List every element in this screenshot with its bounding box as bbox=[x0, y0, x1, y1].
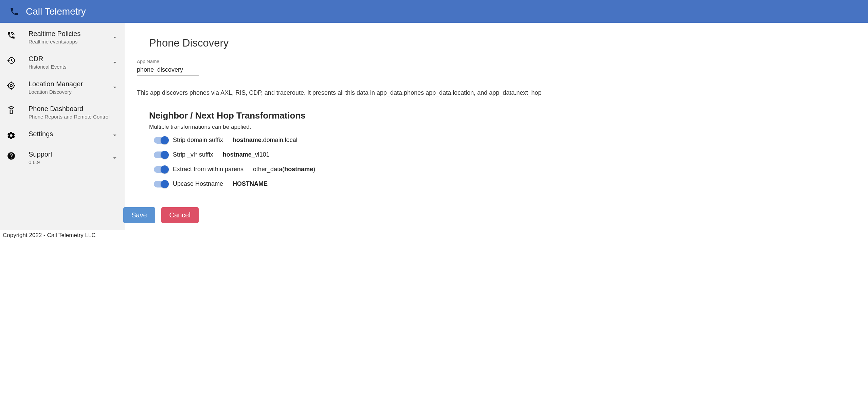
sidebar-item-label: Support bbox=[29, 150, 108, 158]
transform-label: Strip domain suffix bbox=[173, 137, 223, 144]
history-icon bbox=[6, 55, 16, 66]
chevron-down-icon bbox=[111, 59, 119, 66]
chevron-down-icon bbox=[111, 154, 119, 162]
toggle-switch[interactable] bbox=[154, 181, 167, 187]
transforms-section-subtitle: Multiple transformations can be applied. bbox=[149, 124, 862, 130]
toggle-switch[interactable] bbox=[154, 151, 167, 158]
transform-example: other_data(hostname) bbox=[253, 166, 315, 173]
transforms-list: Strip domain suffix hostname.domain.loca… bbox=[149, 137, 862, 187]
chevron-down-icon bbox=[111, 34, 119, 41]
app-name-input[interactable] bbox=[137, 65, 199, 76]
sidebar-item-phone-dashboard[interactable]: Phone Dashboard Phone Reports and Remote… bbox=[0, 100, 125, 125]
footer-copyright: Copyright 2022 - Call Telemetry LLC bbox=[0, 230, 868, 241]
transform-example: hostname.domain.local bbox=[233, 137, 297, 144]
cancel-button[interactable]: Cancel bbox=[161, 207, 199, 223]
gps-not-fixed-icon bbox=[6, 80, 16, 91]
sidebar-item-settings[interactable]: Settings bbox=[0, 125, 125, 145]
transform-label: Upcase Hostname bbox=[173, 180, 223, 187]
page-title: Phone Discovery bbox=[149, 37, 862, 49]
toggle-switch[interactable] bbox=[154, 166, 167, 173]
sidebar-item-sublabel: Historical Events bbox=[29, 64, 108, 70]
speaker-phone-icon bbox=[6, 105, 16, 115]
toggle-switch[interactable] bbox=[154, 137, 167, 144]
app-logo-icon bbox=[10, 7, 19, 16]
app-name-field: App Name bbox=[137, 59, 862, 76]
sidebar-item-cdr[interactable]: CDR Historical Events bbox=[0, 50, 125, 75]
sidebar-item-sublabel: Realtime events/apps bbox=[29, 39, 108, 45]
svg-point-0 bbox=[11, 85, 12, 86]
button-row: Save Cancel bbox=[123, 207, 862, 223]
sidebar-item-label: Realtime Policies bbox=[29, 30, 108, 38]
transforms-section-title: Neighbor / Next Hop Transformations bbox=[149, 110, 862, 121]
transform-row-strip-domain: Strip domain suffix hostname.domain.loca… bbox=[154, 137, 862, 144]
phone-in-talk-icon bbox=[6, 30, 16, 40]
sidebar-item-sublabel: Phone Reports and Remote Control bbox=[29, 114, 119, 120]
transform-row-extract-parens: Extract from within parens other_data(ho… bbox=[154, 166, 862, 173]
transform-label: Strip _vl* suffix bbox=[173, 151, 213, 158]
transform-example: HOSTNAME bbox=[233, 180, 268, 187]
chevron-down-icon bbox=[111, 84, 119, 91]
sidebar-item-sublabel: Location Discovery bbox=[29, 89, 108, 95]
sidebar-item-support[interactable]: Support 0.6.9 bbox=[0, 145, 125, 171]
app-description: This app discovers phones via AXL, RIS, … bbox=[137, 89, 862, 97]
sidebar-item-location-manager[interactable]: Location Manager Location Discovery bbox=[0, 75, 125, 100]
app-title: Call Telemetry bbox=[26, 6, 86, 17]
sidebar-item-label: Phone Dashboard bbox=[29, 105, 119, 113]
sidebar-item-sublabel: 0.6.9 bbox=[29, 159, 108, 166]
chevron-down-icon bbox=[111, 131, 119, 139]
transform-label: Extract from within parens bbox=[173, 166, 243, 173]
transform-row-upcase: Upcase Hostname HOSTNAME bbox=[154, 180, 862, 187]
save-button[interactable]: Save bbox=[123, 207, 155, 223]
sidebar: Realtime Policies Realtime events/apps C… bbox=[0, 23, 125, 230]
gear-icon bbox=[6, 130, 16, 141]
app-header: Call Telemetry bbox=[0, 0, 868, 23]
transform-example: hostname_vl101 bbox=[223, 151, 270, 158]
sidebar-item-label: Location Manager bbox=[29, 80, 108, 88]
sidebar-item-realtime-policies[interactable]: Realtime Policies Realtime events/apps bbox=[0, 25, 125, 50]
main-content: Phone Discovery App Name This app discov… bbox=[125, 23, 868, 230]
sidebar-item-label: CDR bbox=[29, 55, 108, 63]
app-name-label: App Name bbox=[137, 59, 862, 64]
sidebar-item-label: Settings bbox=[29, 130, 108, 138]
transform-row-strip-vl: Strip _vl* suffix hostname_vl101 bbox=[154, 151, 862, 158]
help-icon bbox=[6, 151, 16, 161]
